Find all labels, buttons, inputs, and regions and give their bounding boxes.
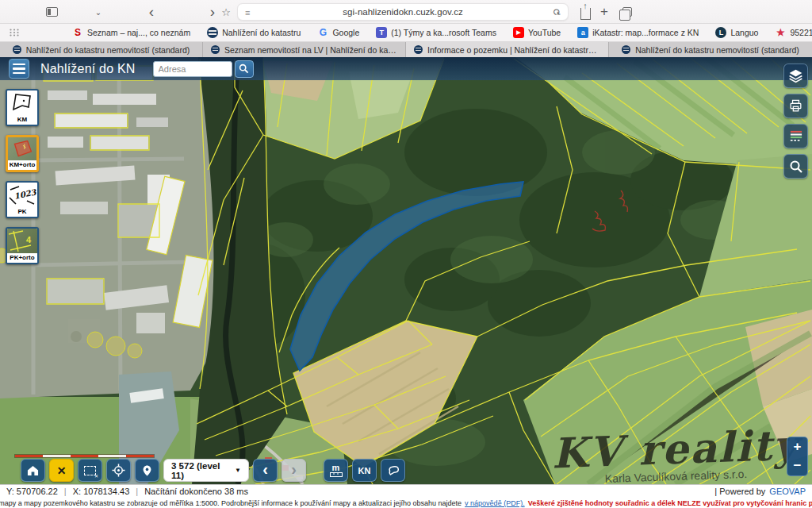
clear-selection-button[interactable]: ✕ <box>49 459 74 482</box>
app-header: Nahlížení do KN <box>0 57 812 80</box>
magnifier-icon <box>789 160 803 174</box>
forward-button[interactable]: › <box>205 0 220 24</box>
km-map-icon <box>7 90 37 115</box>
reload-icon[interactable]: ⟳ <box>550 6 563 19</box>
bookmark-youtube[interactable]: ▶YouTube <box>513 27 561 38</box>
map-search-button[interactable] <box>783 154 808 179</box>
bookmark-teams[interactable]: T(1) Týmy a ka...rosoft Teams <box>376 27 496 38</box>
home-button[interactable] <box>21 459 45 482</box>
languo-icon: L <box>715 27 726 38</box>
bottom-toolbar: ✕ 3 572 (level 11) ▼ ‹ › m KN <box>21 459 405 482</box>
teams-icon: T <box>376 27 387 38</box>
measure-button[interactable]: m <box>324 459 348 482</box>
marker-button[interactable] <box>135 459 159 482</box>
cuzk-favicon <box>13 45 21 54</box>
tab-label: Seznam nemovitostí na LV | Nahlížení do … <box>224 45 397 55</box>
disclaimer-text: Obsah katastrální mapy a mapy pozemkovéh… <box>0 499 462 507</box>
measure-icon: m <box>330 464 343 477</box>
geovap-link[interactable]: GEOVAP <box>769 487 806 496</box>
scale-bar <box>14 454 155 458</box>
address-bar[interactable]: ≡ sgi-nahlizenidokn.cuzk.gov.cz ⟳ <box>237 3 569 21</box>
print-button[interactable] <box>783 94 808 118</box>
legend-icon <box>789 130 803 143</box>
map-viewport: Nahlížení do KN KM KM+orto <box>0 57 812 484</box>
new-tab-button[interactable]: + <box>597 0 611 24</box>
bookmark-star-icon[interactable]: ☆ <box>219 0 233 24</box>
tab-2[interactable]: Seznam nemovitostí na LV | Nahlížení do … <box>203 42 406 57</box>
printer-icon <box>788 98 803 114</box>
back-button[interactable]: ‹ <box>144 0 159 24</box>
mode-button-km[interactable]: KM <box>6 89 39 126</box>
bookmark-grid-icon[interactable] <box>10 25 19 40</box>
lasso-button[interactable] <box>381 459 405 482</box>
tab-1[interactable]: Nahlížení do katastru nemovitostí (stand… <box>0 42 203 57</box>
tab-4[interactable]: Nahlížení do katastru nemovitostí (stand… <box>609 42 812 57</box>
locate-button[interactable] <box>106 459 131 482</box>
zoom-in-button[interactable]: + <box>787 437 807 456</box>
bookmark-katastr[interactable]: Nahlížení do katastru <box>207 27 301 38</box>
bookmark-ikatastr[interactable]: aiKatastr: map...formace z KN <box>577 27 699 38</box>
disclaimer-row: Obsah katastrální mapy a mapy pozemkovéh… <box>0 498 812 508</box>
bookmark-9522182[interactable]: ★9522182 <box>775 27 812 38</box>
svg-text:4: 4 <box>26 235 32 244</box>
disclaimer-warning: Veškeré zjištěné hodnoty souřadnic a dél… <box>528 499 812 507</box>
seznam-icon: S <box>72 27 83 38</box>
bookmark-google[interactable]: GGoogle <box>317 27 359 38</box>
bookmark-label: Languo <box>730 28 758 37</box>
tab-label: Nahlížení do katastru nemovitostí (stand… <box>635 45 799 55</box>
area-select-button[interactable] <box>78 459 102 482</box>
mode-button-pk[interactable]: 1023 PK <box>6 181 39 218</box>
bookmark-label: Google <box>332 28 359 37</box>
tab-bar: Nahlížení do katastru nemovitostí (stand… <box>0 42 812 57</box>
bookmarks-bar: SSeznam – naj..., co neznám Nahlížení do… <box>0 24 812 42</box>
tabs-icon <box>622 7 632 17</box>
browser-window: ⌄ ‹ › ☆ ≡ sgi-nahlizenidokn.cuzk.gov.cz … <box>0 0 812 508</box>
history-forward-button[interactable]: › <box>282 459 306 482</box>
powered-by-label: | Powered by <box>714 487 765 496</box>
tab-label: Nahlížení do katastru nemovitostí (stand… <box>26 45 190 55</box>
pk-orto-icon: 4 <box>7 229 37 253</box>
bookmark-label: (1) Týmy a ka...rosoft Teams <box>391 28 496 37</box>
cuzk-favicon <box>414 45 423 54</box>
km-orto-icon <box>8 137 36 160</box>
bookmark-languo[interactable]: LLanguo <box>715 27 758 38</box>
history-back-button[interactable]: ‹ <box>253 459 278 482</box>
youtube-icon: ▶ <box>513 27 524 38</box>
reader-icon[interactable]: ≡ <box>245 8 250 17</box>
map-canvas[interactable] <box>0 57 812 484</box>
chevron-left-icon: ‹ <box>262 459 268 479</box>
crosshair-icon <box>112 464 125 477</box>
lasso-icon <box>386 464 400 476</box>
bookmark-label: YouTube <box>528 28 561 37</box>
status-bar: Y: 570706.22 | X: 1078134.43 | Načítání … <box>0 484 812 508</box>
mode-label: PK+orto <box>7 253 37 263</box>
bookmark-seznam[interactable]: SSeznam – naj..., co neznám <box>72 27 190 38</box>
layers-button[interactable] <box>783 64 808 88</box>
tab-3-active[interactable]: Informace o pozemku | Nahlížení do katas… <box>406 42 609 57</box>
menu-button[interactable] <box>9 59 29 79</box>
bookmark-label: Nahlížení do katastru <box>222 28 301 37</box>
coordinate-y: Y: 570706.22 <box>6 487 58 496</box>
address-search-button[interactable] <box>235 60 254 78</box>
mode-button-pk-orto[interactable]: 4 PK+orto <box>6 227 39 264</box>
kn-info-button[interactable]: KN <box>352 459 377 482</box>
legend-button[interactable] <box>783 124 808 148</box>
right-toolbar <box>783 64 808 179</box>
bookmark-label: Seznam – naj..., co neznám <box>87 28 190 37</box>
tab-overview-button[interactable] <box>617 0 634 24</box>
scale-dropdown[interactable]: 3 572 (level 11) ▼ <box>163 459 249 482</box>
mode-button-km-orto[interactable]: KM+orto <box>6 135 39 172</box>
chevron-down-icon[interactable]: ⌄ <box>92 0 105 24</box>
sidebar-toggle-button[interactable] <box>41 0 62 24</box>
google-icon: G <box>317 27 328 38</box>
search-icon <box>239 64 249 74</box>
layers-icon <box>787 67 804 84</box>
zoom-control: + − <box>787 437 808 476</box>
address-search-input[interactable] <box>153 61 232 77</box>
zoom-out-button[interactable]: − <box>787 456 807 475</box>
ikatastr-icon: a <box>577 27 588 38</box>
sidebar-icon <box>46 7 58 17</box>
kn-label: KN <box>358 466 371 475</box>
help-pdf-link[interactable]: v nápovědě (PDF). <box>465 499 525 507</box>
share-button[interactable] <box>578 0 592 24</box>
